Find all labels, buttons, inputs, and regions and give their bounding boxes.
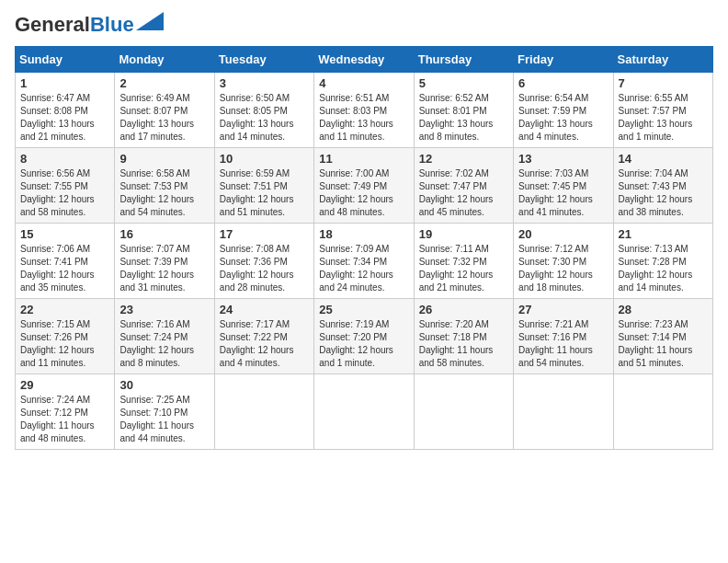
day-info: Sunrise: 6:50 AMSunset: 8:05 PMDaylight:… [220,92,309,144]
day-info: Sunrise: 7:02 AMSunset: 7:47 PMDaylight:… [419,167,508,219]
day-number: 15 [20,227,109,241]
day-cell: 9Sunrise: 6:58 AMSunset: 7:53 PMDaylight… [115,148,214,224]
day-number: 24 [220,303,309,316]
logo-text: GeneralBlue [15,15,134,35]
calendar-table: SundayMondayTuesdayWednesdayThursdayFrid… [15,46,713,450]
day-cell [214,374,313,450]
day-number: 17 [220,227,309,241]
day-cell: 7Sunrise: 6:55 AMSunset: 7:57 PMDaylight… [613,73,712,148]
day-info: Sunrise: 7:19 AMSunset: 7:20 PMDaylight:… [319,318,408,370]
day-number: 14 [619,152,708,166]
day-info: Sunrise: 6:56 AMSunset: 7:55 PMDaylight:… [20,167,109,219]
day-number: 19 [419,227,508,241]
day-cell: 8Sunrise: 6:56 AMSunset: 7:55 PMDaylight… [16,148,115,224]
calendar-header-row: SundayMondayTuesdayWednesdayThursdayFrid… [16,47,713,73]
day-cell: 19Sunrise: 7:11 AMSunset: 7:32 PMDayligh… [414,224,513,299]
day-number: 16 [119,227,209,241]
day-info: Sunrise: 7:24 AMSunset: 7:12 PMDaylight:… [20,394,109,445]
day-cell: 30Sunrise: 7:25 AMSunset: 7:10 PMDayligh… [115,374,214,450]
day-cell: 14Sunrise: 7:04 AMSunset: 7:43 PMDayligh… [613,148,712,224]
day-number: 22 [20,303,109,316]
day-number: 1 [20,76,109,90]
day-info: Sunrise: 7:16 AMSunset: 7:24 PMDaylight:… [119,318,209,370]
day-info: Sunrise: 7:04 AMSunset: 7:43 PMDaylight:… [619,167,708,219]
day-cell: 11Sunrise: 7:00 AMSunset: 7:49 PMDayligh… [314,148,414,224]
day-number: 9 [119,152,209,166]
day-info: Sunrise: 7:15 AMSunset: 7:26 PMDaylight:… [20,318,109,370]
day-number: 4 [319,76,408,90]
day-info: Sunrise: 7:07 AMSunset: 7:39 PMDaylight:… [119,243,209,294]
day-number: 18 [319,227,408,241]
day-number: 20 [518,227,608,241]
day-number: 7 [619,76,708,90]
week-row-2: 8Sunrise: 6:56 AMSunset: 7:55 PMDaylight… [16,148,713,224]
day-cell: 21Sunrise: 7:13 AMSunset: 7:28 PMDayligh… [613,224,712,299]
page-header: GeneralBlue [15,15,713,35]
day-number: 2 [119,76,209,90]
day-cell: 6Sunrise: 6:54 AMSunset: 7:59 PMDaylight… [514,73,613,148]
day-info: Sunrise: 7:06 AMSunset: 7:41 PMDaylight:… [20,243,109,294]
day-cell: 4Sunrise: 6:51 AMSunset: 8:03 PMDaylight… [314,73,414,148]
day-cell: 18Sunrise: 7:09 AMSunset: 7:34 PMDayligh… [314,224,414,299]
day-info: Sunrise: 6:59 AMSunset: 7:51 PMDaylight:… [220,167,309,219]
day-number: 12 [419,152,508,166]
day-cell: 25Sunrise: 7:19 AMSunset: 7:20 PMDayligh… [314,299,414,374]
day-info: Sunrise: 7:00 AMSunset: 7:49 PMDaylight:… [319,167,408,219]
day-number: 21 [619,227,708,241]
day-number: 28 [619,303,708,316]
day-info: Sunrise: 7:25 AMSunset: 7:10 PMDaylight:… [119,394,209,445]
day-number: 5 [419,76,508,90]
day-info: Sunrise: 6:49 AMSunset: 8:07 PMDaylight:… [119,92,209,144]
day-cell: 2Sunrise: 6:49 AMSunset: 8:07 PMDaylight… [115,73,214,148]
day-cell: 24Sunrise: 7:17 AMSunset: 7:22 PMDayligh… [214,299,313,374]
logo-icon [136,12,164,30]
day-info: Sunrise: 7:20 AMSunset: 7:18 PMDaylight:… [419,318,508,370]
day-info: Sunrise: 7:09 AMSunset: 7:34 PMDaylight:… [319,243,408,294]
day-number: 8 [20,152,109,166]
day-cell: 29Sunrise: 7:24 AMSunset: 7:12 PMDayligh… [16,374,115,450]
day-cell: 27Sunrise: 7:21 AMSunset: 7:16 PMDayligh… [514,299,613,374]
svg-marker-0 [136,12,164,30]
day-info: Sunrise: 6:55 AMSunset: 7:57 PMDaylight:… [619,92,708,144]
day-cell: 3Sunrise: 6:50 AMSunset: 8:05 PMDaylight… [214,73,313,148]
day-info: Sunrise: 6:58 AMSunset: 7:53 PMDaylight:… [119,167,209,219]
day-cell: 15Sunrise: 7:06 AMSunset: 7:41 PMDayligh… [16,224,115,299]
day-number: 23 [119,303,209,316]
day-number: 3 [220,76,309,90]
header-thursday: Thursday [414,47,513,73]
day-number: 11 [319,152,408,166]
day-number: 30 [119,378,209,392]
header-sunday: Sunday [16,47,115,73]
day-cell [314,374,414,450]
day-info: Sunrise: 7:12 AMSunset: 7:30 PMDaylight:… [518,243,608,294]
week-row-5: 29Sunrise: 7:24 AMSunset: 7:12 PMDayligh… [16,374,713,450]
day-cell: 13Sunrise: 7:03 AMSunset: 7:45 PMDayligh… [514,148,613,224]
day-cell: 28Sunrise: 7:23 AMSunset: 7:14 PMDayligh… [613,299,712,374]
week-row-1: 1Sunrise: 6:47 AMSunset: 8:08 PMDaylight… [16,73,713,148]
day-cell: 16Sunrise: 7:07 AMSunset: 7:39 PMDayligh… [115,224,214,299]
day-cell [514,374,613,450]
day-cell: 26Sunrise: 7:20 AMSunset: 7:18 PMDayligh… [414,299,513,374]
day-number: 29 [20,378,109,392]
day-info: Sunrise: 6:54 AMSunset: 7:59 PMDaylight:… [518,92,608,144]
header-friday: Friday [514,47,613,73]
day-info: Sunrise: 7:08 AMSunset: 7:36 PMDaylight:… [220,243,309,294]
day-cell: 5Sunrise: 6:52 AMSunset: 8:01 PMDaylight… [414,73,513,148]
day-info: Sunrise: 7:23 AMSunset: 7:14 PMDaylight:… [619,318,708,370]
week-row-3: 15Sunrise: 7:06 AMSunset: 7:41 PMDayligh… [16,224,713,299]
week-row-4: 22Sunrise: 7:15 AMSunset: 7:26 PMDayligh… [16,299,713,374]
day-number: 6 [518,76,608,90]
day-info: Sunrise: 6:52 AMSunset: 8:01 PMDaylight:… [419,92,508,144]
day-cell: 20Sunrise: 7:12 AMSunset: 7:30 PMDayligh… [514,224,613,299]
day-cell: 23Sunrise: 7:16 AMSunset: 7:24 PMDayligh… [115,299,214,374]
day-info: Sunrise: 6:51 AMSunset: 8:03 PMDaylight:… [319,92,408,144]
day-info: Sunrise: 7:21 AMSunset: 7:16 PMDaylight:… [518,318,608,370]
header-wednesday: Wednesday [314,47,414,73]
day-info: Sunrise: 6:47 AMSunset: 8:08 PMDaylight:… [20,92,109,144]
day-number: 10 [220,152,309,166]
day-cell [613,374,712,450]
day-number: 26 [419,303,508,316]
day-cell: 22Sunrise: 7:15 AMSunset: 7:26 PMDayligh… [16,299,115,374]
day-cell: 10Sunrise: 6:59 AMSunset: 7:51 PMDayligh… [214,148,313,224]
day-info: Sunrise: 7:17 AMSunset: 7:22 PMDaylight:… [220,318,309,370]
